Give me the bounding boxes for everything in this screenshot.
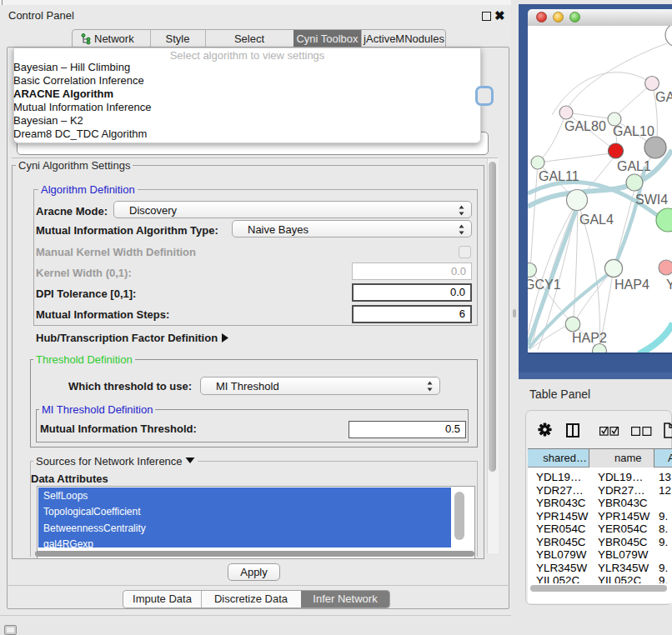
svg-text:Y: Y [666,278,672,292]
svg-text:GAL4: GAL4 [579,212,614,227]
svg-text:GAL1: GAL1 [617,159,651,173]
svg-text:GAL80: GAL80 [564,119,606,133]
svg-text:HAP4: HAP4 [614,278,649,292]
svg-text:GAL11: GAL11 [539,169,579,183]
svg-text:GAL7: GAL7 [655,90,672,104]
svg-text:SWI4: SWI4 [635,192,668,207]
svg-text:GAL10: GAL10 [613,124,654,138]
svg-text:GCY1: GCY1 [528,278,561,292]
svg-text:HAP2: HAP2 [572,331,607,345]
